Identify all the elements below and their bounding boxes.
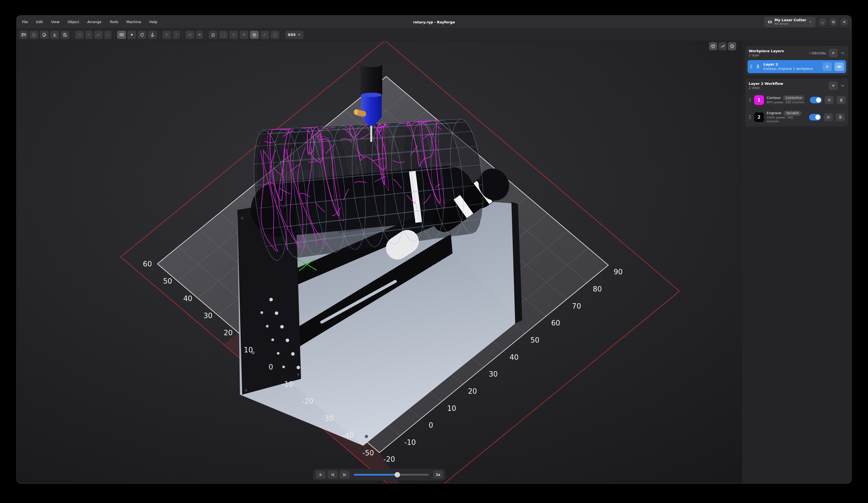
gear-icon: [827, 98, 831, 102]
viewport-3d-scene[interactable]: 6050403020100-10-20-30-40-50908070605040…: [17, 41, 742, 483]
view-3d-toggle[interactable]: 3D: [117, 31, 126, 39]
step-settings-button[interactable]: [825, 96, 834, 104]
add-layer-button[interactable]: [829, 49, 838, 58]
redo-icon: [96, 33, 101, 37]
headerbar: File Edit View Object Arrange Tools Mach…: [17, 16, 851, 29]
distribute-menu-button[interactable]: [196, 31, 203, 39]
slider-knob[interactable]: [395, 472, 400, 478]
desktop: File Edit View Object Arrange Tools Mach…: [0, 0, 868, 503]
menu-object[interactable]: Object: [68, 20, 79, 24]
hide-paths-toggle[interactable]: [728, 42, 736, 50]
toolbar-separator: [72, 31, 72, 39]
position-button[interactable]: [148, 31, 157, 39]
step-mode-badge: Variable: [784, 111, 802, 116]
close-button[interactable]: [840, 18, 848, 26]
redo-menu-button[interactable]: [104, 31, 111, 39]
import-button[interactable]: [50, 31, 59, 39]
drag-handle[interactable]: [749, 97, 752, 103]
laser-off-icon: [262, 33, 267, 37]
stop-icon: [252, 33, 257, 37]
step-name: Contour: [767, 96, 781, 100]
toolbar-separator: [206, 31, 206, 39]
frame-button[interactable]: [219, 31, 228, 39]
save-as-button[interactable]: [40, 31, 49, 39]
workflow-step-engrave[interactable]: 2 Engrave Variable 100% power, 500 mm/mi…: [745, 108, 848, 126]
perspective-toggle[interactable]: [709, 42, 717, 50]
minimize-button[interactable]: [819, 18, 826, 26]
workflow-subtitle: 2 steps: [749, 86, 783, 90]
axis-tick-label: 40: [183, 295, 192, 302]
timeline-slider[interactable]: [354, 472, 429, 478]
machine-selector[interactable]: My Laser Cutter No driver: [764, 17, 816, 27]
menu-arrange[interactable]: Arrange: [87, 20, 101, 24]
undo-button[interactable]: [75, 31, 84, 39]
toolbar: 3D G55: [17, 29, 851, 41]
menu-tools[interactable]: Tools: [110, 20, 118, 24]
collapse-layers-button[interactable]: [840, 51, 845, 55]
time-estimate: ~58m56s: [809, 51, 826, 55]
skip-to-end-button[interactable]: [340, 471, 350, 479]
axis-tick-label: 0: [428, 421, 433, 429]
layer-settings-button[interactable]: [823, 62, 832, 71]
maximize-button[interactable]: [830, 18, 837, 26]
folder-open-icon: [21, 32, 26, 37]
pause-icon: [242, 33, 246, 37]
redo-button[interactable]: [94, 31, 103, 39]
skip-start-icon: [331, 473, 334, 476]
drag-handle[interactable]: [750, 64, 753, 69]
axis-tick-label: 50: [530, 336, 539, 344]
step-params: 80% power, 500 mm/min: [767, 101, 804, 104]
menu-help[interactable]: Help: [149, 20, 157, 24]
skip-to-start-button[interactable]: [328, 471, 338, 479]
laser-off-button[interactable]: [260, 31, 269, 39]
chevron-down-icon: [840, 83, 845, 88]
document-edit-icon: [42, 33, 46, 37]
layer-visibility-button[interactable]: [835, 62, 844, 71]
simulate-button[interactable]: [127, 31, 136, 39]
trend-arrow-icon: [721, 44, 725, 48]
align-menu-button[interactable]: [173, 31, 180, 39]
chevron-down-icon: [87, 33, 91, 37]
gcode-offset-label: G55: [288, 33, 296, 37]
menu-file[interactable]: File: [22, 20, 28, 24]
play-simulation-button[interactable]: [316, 471, 326, 479]
layer-row-selected[interactable]: Layer 2 Contour, Engrave 1 workpiece: [747, 60, 846, 73]
step-enabled-toggle[interactable]: [809, 114, 821, 121]
pause-button[interactable]: [240, 31, 248, 39]
step-delete-button[interactable]: [836, 113, 845, 121]
add-step-button[interactable]: [829, 81, 838, 90]
distribute-button[interactable]: [186, 31, 194, 39]
step-delete-button[interactable]: [836, 96, 846, 104]
open-button[interactable]: [19, 31, 28, 39]
chevron-down-icon: [808, 20, 812, 24]
undo-menu-button[interactable]: [85, 31, 92, 39]
regenerate-button[interactable]: [138, 31, 146, 39]
drag-handle[interactable]: [749, 115, 752, 120]
menu-edit[interactable]: Edit: [36, 20, 43, 24]
show-travel-toggle[interactable]: [719, 42, 727, 50]
step-settings-button[interactable]: [824, 113, 833, 121]
slider-fill: [354, 474, 397, 475]
menu-view[interactable]: View: [51, 20, 60, 24]
frame-icon: [221, 33, 226, 37]
export-gcode-button[interactable]: [61, 31, 69, 39]
workflow-step-contour[interactable]: 1 Contour Centerline 80% power, 500 mm/m…: [745, 92, 848, 108]
home-button[interactable]: [209, 31, 217, 39]
machine-icon: [767, 20, 772, 24]
step-enabled-toggle[interactable]: [810, 97, 822, 103]
trash-icon: [838, 115, 843, 119]
gcode-offset-selector[interactable]: G55: [285, 31, 303, 39]
toolbar-separator: [114, 31, 114, 39]
align-button[interactable]: [163, 31, 171, 39]
axis-tick-label: -40: [342, 431, 354, 440]
dot-mode-button[interactable]: [271, 31, 279, 39]
stop-button[interactable]: [250, 31, 259, 39]
menu-machine[interactable]: Machine: [126, 20, 141, 24]
layer-name: Layer 2: [763, 62, 813, 66]
svg-text:3D: 3D: [120, 34, 123, 36]
save-button[interactable]: [30, 31, 38, 39]
chevron-down-icon: [175, 33, 178, 37]
send-job-button[interactable]: [229, 31, 238, 39]
playback-speed-button[interactable]: 1x: [433, 471, 443, 479]
collapse-workflow-button[interactable]: [840, 83, 845, 88]
